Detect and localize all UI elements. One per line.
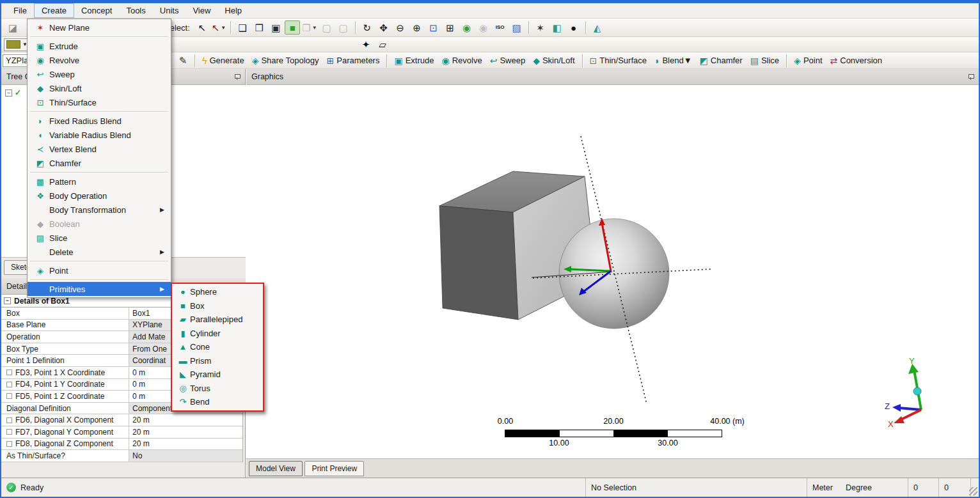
menu-fixed-radius-blend[interactable]: ◗ Fixed Radius Blend <box>28 114 171 128</box>
skin-loft-button[interactable]: ◆ Skin/Loft <box>529 54 578 68</box>
triad-z-label: Z <box>885 401 890 411</box>
tab-model-view[interactable]: Model View <box>249 461 303 476</box>
parameter-checkbox[interactable] <box>6 429 12 435</box>
menu-item-icon: ▲ <box>176 342 190 352</box>
resize-grip[interactable] <box>971 478 979 497</box>
designmodeler-window: FileCreateConceptToolsUnitsViewHelp ◪ Se… <box>0 0 980 498</box>
revolve-button[interactable]: ◉ Revolve <box>438 54 486 68</box>
menubar-item[interactable]: File <box>6 3 34 18</box>
collapse-icon[interactable]: − <box>4 297 11 304</box>
sweep-button[interactable]: ↩ Sweep <box>486 54 529 68</box>
menu-extrude[interactable]: ▣ Extrude <box>28 39 171 53</box>
blend-button[interactable]: ◗ Blend ▼ <box>651 54 696 68</box>
conversion-button[interactable]: ⇄ Conversion <box>826 54 887 68</box>
menubar-item[interactable]: Concept <box>74 3 119 18</box>
menu-body-operation[interactable]: ❖ Body Operation <box>28 189 171 203</box>
menu-item-icon: ≺ <box>33 144 48 154</box>
menu-new-plane[interactable]: ✶ New Plane <box>28 20 171 35</box>
menu-delete[interactable]: Delete ▶ <box>28 245 171 259</box>
menu-primitives[interactable]: Primitives ▶ <box>28 282 171 296</box>
display-plane-icon[interactable]: ✦ <box>358 38 374 52</box>
extrude-button[interactable]: ▣ Extrude <box>390 54 438 68</box>
new-sketch-icon[interactable]: ✎ <box>175 54 191 68</box>
parameter-checkbox[interactable] <box>6 441 12 447</box>
menu-chamfer[interactable]: ◩ Chamfer <box>28 156 171 170</box>
menubar-item[interactable]: Tools <box>119 3 152 18</box>
iso-view-icon[interactable]: ISO <box>493 20 508 35</box>
submenu-bend[interactable]: ↷ Bend <box>172 395 263 409</box>
previous-view-icon[interactable]: ◉ <box>459 20 475 35</box>
select-cursor-icon[interactable]: ↖ <box>194 20 210 35</box>
edit-plane-icon[interactable]: ▨ <box>509 20 525 35</box>
row-value[interactable]: 20 m <box>129 414 242 426</box>
tree-collapse-icon[interactable]: − <box>5 89 12 97</box>
menu-variable-radius-blend[interactable]: ◖ Variable Radius Blend <box>28 128 171 142</box>
row-value[interactable]: No <box>129 450 242 462</box>
submenu-cylinder[interactable]: ▮ Cylinder <box>172 327 263 341</box>
parameter-checkbox[interactable] <box>6 382 12 387</box>
submenu-box[interactable]: ■ Box <box>172 299 263 313</box>
menu-slice[interactable]: ▤ Slice <box>28 231 171 245</box>
menu-boolean[interactable]: ◆ Boolean <box>28 217 171 231</box>
chamfer-button[interactable]: ◩ Chamfer <box>696 54 747 68</box>
filter-faces-icon[interactable]: ▣ <box>268 20 283 35</box>
menu-thin-surface[interactable]: ⊡ Thin/Surface <box>28 95 171 109</box>
share-topology-button[interactable]: ◈ Share Topology <box>248 54 323 68</box>
view-cube-icon[interactable]: ◧ <box>549 20 565 35</box>
next-view-icon[interactable]: ◉ <box>476 20 491 35</box>
rotate-icon[interactable]: ↻ <box>360 20 375 35</box>
menu-item-icon: ◣ <box>176 370 190 379</box>
slice-button[interactable]: ▤ Slice <box>747 54 783 68</box>
row-value[interactable]: 20 m <box>129 439 242 450</box>
extend-selection-icon[interactable]: ❒ ▼ <box>301 20 317 35</box>
row-label: Diagonal Definition <box>6 404 71 413</box>
parameter-checkbox[interactable] <box>6 370 12 375</box>
menu-point[interactable]: ◈ Point <box>28 263 171 277</box>
parameters-button[interactable]: ⊞ Parameters <box>323 54 384 68</box>
menu-pattern[interactable]: ▦ Pattern <box>28 175 171 189</box>
graphics-viewport[interactable]: Y Z X 0.00 20.00 40.00 (m) 10.00 30.00 <box>246 85 979 458</box>
submenu-pyramid[interactable]: ◣ Pyramid <box>172 368 263 382</box>
axis-triad-icon[interactable]: ✶ <box>533 20 548 35</box>
menubar-item[interactable]: Units <box>153 3 186 18</box>
pin-icon[interactable] <box>968 74 974 80</box>
filter-vertices-icon[interactable]: ❑ <box>235 20 250 35</box>
menu-sweep[interactable]: ↩ Sweep <box>28 67 171 81</box>
menu-revolve[interactable]: ◉ Revolve <box>28 53 171 67</box>
filter-bodies-icon[interactable]: ■ <box>285 20 300 35</box>
menu-vertex-blend[interactable]: ≺ Vertex Blend <box>28 142 171 156</box>
look-at-face-icon[interactable]: ◭ <box>590 20 605 35</box>
color-swatch-dropdown[interactable]: ▼ <box>4 38 30 51</box>
zoom-to-fit-icon[interactable]: ⊞ <box>443 20 458 35</box>
point-display-icon[interactable]: ● <box>566 20 581 35</box>
submenu-parallelepiped[interactable]: ▰ Parallelepiped <box>172 313 263 327</box>
box-select-cursor-icon[interactable]: ↖ ▼ <box>211 20 227 35</box>
box-select-mode-icon[interactable]: ▢ <box>319 20 335 35</box>
menu-skin-loft[interactable]: ◆ Skin/Loft <box>28 81 171 95</box>
pan-icon[interactable]: ✥ <box>376 20 391 35</box>
generate-button[interactable]: ϟ Generate <box>198 54 248 68</box>
thin-surface-button[interactable]: ⊡ Thin/Surface <box>586 54 651 68</box>
row-label: Base Plane <box>6 320 45 329</box>
filter-edges-icon[interactable]: ❒ <box>251 20 267 35</box>
pin-icon[interactable] <box>234 74 240 80</box>
submenu-torus[interactable]: ◎ Torus <box>172 382 263 396</box>
parameter-checkbox[interactable] <box>6 417 12 423</box>
lasso-select-mode-icon[interactable]: ▢ <box>336 20 351 35</box>
submenu-sphere[interactable]: ● Sphere <box>172 285 263 299</box>
submenu-prism[interactable]: ▬ Prism <box>172 354 263 368</box>
menubar-item[interactable]: Help <box>217 3 249 18</box>
row-value[interactable]: 20 m <box>129 426 242 438</box>
box-zoom-icon[interactable]: ⊡ <box>426 20 441 35</box>
tab-print-preview[interactable]: Print Preview <box>304 461 364 476</box>
submenu-cone[interactable]: ▲ Cone <box>172 340 263 354</box>
menu-body-transformation[interactable]: Body Transformation ▶ <box>28 203 171 217</box>
menubar-item[interactable]: View <box>186 3 217 18</box>
display-model-icon[interactable]: ▱ <box>375 38 390 52</box>
menubar-item[interactable]: Create <box>34 3 74 18</box>
zoom-icon[interactable]: ⊖ <box>393 20 408 35</box>
parameter-checkbox[interactable] <box>6 393 12 399</box>
new-geometry-icon[interactable]: ◪ <box>5 20 20 35</box>
zoom-in-icon[interactable]: ⊕ <box>409 20 425 35</box>
point-button[interactable]: ◈ Point <box>790 54 826 68</box>
